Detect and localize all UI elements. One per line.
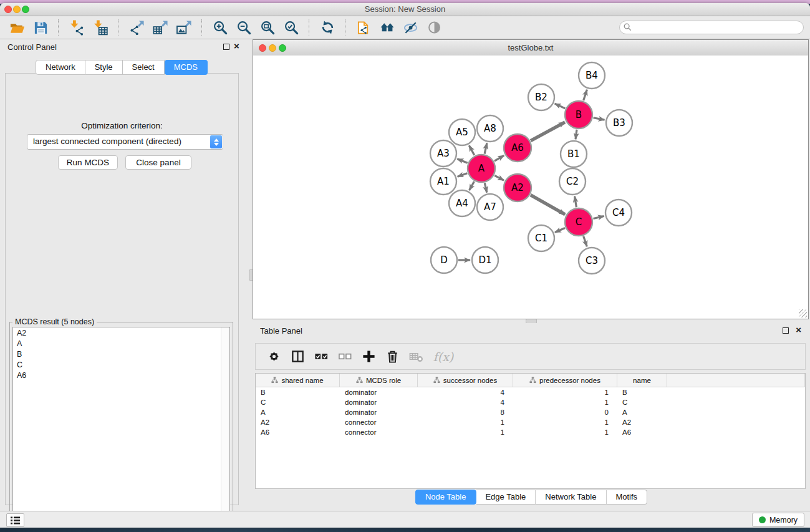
table-toolbar-button-deselect-all[interactable] bbox=[334, 347, 355, 367]
toolbar-button-export-network[interactable] bbox=[125, 18, 148, 37]
mcds-result-item[interactable]: A6 bbox=[13, 370, 229, 380]
memory-button[interactable]: Memory bbox=[752, 513, 804, 527]
toolbar-button-zoom-out[interactable] bbox=[233, 18, 255, 37]
graph-node-A4[interactable]: A4 bbox=[449, 190, 475, 216]
graph-node-A5[interactable]: A5 bbox=[449, 119, 475, 145]
toolbar-button-import-network[interactable] bbox=[65, 18, 88, 37]
mcds-list-scrollbar[interactable] bbox=[221, 327, 229, 528]
mcds-result-list[interactable]: A2ABCA6 bbox=[12, 327, 230, 528]
mcds-result-item[interactable]: A bbox=[13, 338, 229, 349]
graph-node-B2[interactable]: B2 bbox=[528, 84, 554, 110]
graph-node-A6[interactable]: A6 bbox=[504, 134, 531, 162]
graph-edge-C-C2[interactable] bbox=[575, 196, 577, 208]
table-tab-node-table[interactable]: Node Table bbox=[415, 490, 476, 505]
table-toolbar-button-select-all[interactable] bbox=[311, 347, 332, 367]
table-row[interactable]: Adominator80A bbox=[256, 407, 805, 417]
graph-edge-A6-B[interactable] bbox=[531, 122, 565, 141]
column-header-MCDS-role[interactable]: MCDS role bbox=[340, 374, 418, 387]
graph-node-D1[interactable]: D1 bbox=[472, 247, 498, 273]
close-panel-icon[interactable]: × bbox=[234, 41, 239, 52]
graph-node-A[interactable]: A bbox=[468, 155, 495, 182]
column-header-name[interactable]: name bbox=[617, 374, 667, 387]
column-header-predecessor-nodes[interactable]: predecessor nodes bbox=[513, 374, 617, 387]
graph-edge-A-A5[interactable] bbox=[469, 145, 474, 155]
graph-node-C2[interactable]: C2 bbox=[559, 168, 586, 195]
toolbar-button-zoom-in[interactable] bbox=[209, 18, 231, 37]
table-row[interactable]: Bdominator41B bbox=[256, 387, 805, 397]
task-history-button[interactable] bbox=[6, 513, 24, 527]
toolbar-button-refresh[interactable] bbox=[316, 18, 339, 37]
run-mcds-button[interactable]: Run MCDS bbox=[58, 155, 118, 170]
graph-edge-A-A6[interactable] bbox=[494, 155, 504, 161]
table-row[interactable]: Cdominator41C bbox=[256, 397, 805, 407]
network-canvas[interactable]: B4B2BB3A5A8A6A3B1AA1C2A2A4A7C4CC1C3DD1 bbox=[253, 56, 808, 319]
toolbar-button-save[interactable] bbox=[29, 18, 52, 37]
toolbar-button-export-image[interactable] bbox=[173, 18, 195, 37]
table-tab-network-table[interactable]: Network Table bbox=[536, 490, 606, 505]
graph-edge-B-B3[interactable] bbox=[594, 118, 605, 120]
graph-edge-A2-C[interactable] bbox=[531, 195, 565, 215]
tab-network[interactable]: Network bbox=[36, 60, 85, 75]
mcds-result-item[interactable]: A2 bbox=[13, 327, 229, 338]
toolbar-button-open-folder[interactable] bbox=[6, 18, 28, 37]
graph-edge-B-B1[interactable] bbox=[576, 130, 577, 139]
graph-node-A2[interactable]: A2 bbox=[504, 174, 531, 201]
graph-node-C4[interactable]: C4 bbox=[605, 200, 632, 226]
graph-node-B3[interactable]: B3 bbox=[606, 110, 632, 136]
graph-edge-C-C3[interactable] bbox=[584, 236, 587, 247]
graph-edge-C-C4[interactable] bbox=[593, 216, 604, 219]
graph-node-C1[interactable]: C1 bbox=[528, 225, 554, 251]
graph-edge-A-A1[interactable] bbox=[458, 173, 468, 177]
table-toolbar-button-delete-row[interactable] bbox=[382, 347, 403, 367]
toolbar-button-first-neighbors[interactable] bbox=[376, 18, 398, 37]
main-titlebar[interactable]: Session: New Session bbox=[0, 3, 810, 16]
tab-select[interactable]: Select bbox=[123, 60, 165, 75]
graph-node-C[interactable]: C bbox=[565, 208, 592, 236]
column-header-successor-nodes[interactable]: successor nodes bbox=[418, 374, 513, 387]
graph-node-A8[interactable]: A8 bbox=[477, 115, 503, 142]
graph-node-A3[interactable]: A3 bbox=[430, 140, 456, 167]
graph-node-C3[interactable]: C3 bbox=[579, 248, 605, 274]
graph-edge-B-B4[interactable] bbox=[584, 90, 587, 100]
close-panel-button[interactable]: Close panel bbox=[125, 155, 191, 170]
window-resize-grip[interactable] bbox=[799, 309, 807, 317]
graph-edge-A-A4[interactable] bbox=[470, 181, 475, 190]
float-panel-icon[interactable] bbox=[223, 44, 229, 50]
toolbar-button-zoom-selected[interactable] bbox=[280, 18, 302, 37]
graph-node-B1[interactable]: B1 bbox=[561, 141, 587, 167]
table-toolbar-button-settings-gear[interactable] bbox=[263, 347, 284, 367]
graph-node-B[interactable]: B bbox=[565, 101, 592, 128]
toolbar-button-hide-details[interactable] bbox=[400, 18, 422, 37]
graph-edge-C-C1[interactable] bbox=[555, 228, 565, 233]
graph-node-A1[interactable]: A1 bbox=[430, 168, 456, 195]
mcds-result-item[interactable]: B bbox=[13, 349, 229, 359]
toolbar-button-show-details[interactable] bbox=[423, 18, 446, 37]
graph-node-B4[interactable]: B4 bbox=[579, 62, 605, 89]
tab-style[interactable]: Style bbox=[85, 60, 123, 75]
table-tab-motifs[interactable]: Motifs bbox=[606, 490, 647, 505]
table-row[interactable]: A2connector11A2 bbox=[256, 417, 805, 427]
graph-node-A7[interactable]: A7 bbox=[477, 194, 503, 220]
table-tab-edge-table[interactable]: Edge Table bbox=[476, 490, 536, 505]
table-close-panel-icon[interactable]: × bbox=[796, 324, 801, 336]
graph-edge-A-A7[interactable] bbox=[485, 183, 486, 192]
graph-edge-A-A2[interactable] bbox=[494, 175, 504, 180]
column-header-shared-name[interactable]: shared name bbox=[256, 374, 340, 387]
graph-node-D[interactable]: D bbox=[431, 247, 457, 273]
graph-edge-B-B2[interactable] bbox=[555, 104, 566, 109]
toolbar-button-zoom-fit[interactable] bbox=[256, 18, 279, 37]
toolbar-button-import-table[interactable] bbox=[89, 18, 112, 37]
mcds-result-item[interactable]: C bbox=[13, 359, 229, 370]
table-float-panel-icon[interactable] bbox=[783, 327, 789, 334]
table-toolbar-button-column-layout[interactable] bbox=[287, 347, 308, 367]
toolbar-button-export-table[interactable] bbox=[149, 18, 171, 37]
network-window-titlebar[interactable]: testGlobe.txt bbox=[253, 40, 808, 56]
toolbar-button-network-file[interactable] bbox=[352, 18, 375, 37]
tab-mcds[interactable]: MCDS bbox=[165, 60, 208, 75]
graph-edge-A-A3[interactable] bbox=[457, 159, 467, 163]
criterion-dropdown[interactable]: largest connected component (directed) bbox=[27, 134, 223, 150]
search-input[interactable] bbox=[619, 21, 804, 34]
table-toolbar-button-add-row[interactable] bbox=[358, 347, 379, 367]
table-row[interactable]: A6connector11A6 bbox=[256, 427, 805, 437]
graph-edge-A-A8[interactable] bbox=[485, 143, 487, 153]
